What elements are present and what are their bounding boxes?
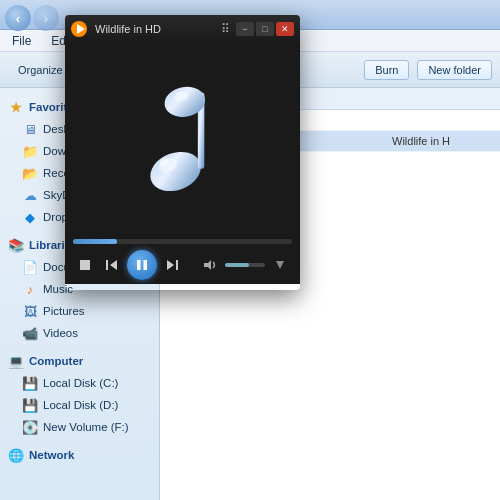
burn-button[interactable]: Burn	[364, 60, 409, 80]
svg-marker-8	[110, 260, 117, 270]
mp-volume-group	[198, 253, 292, 277]
mp-title: Wildlife in HD	[91, 23, 217, 35]
forward-button[interactable]: ›	[33, 5, 59, 31]
network-label: Network	[29, 449, 74, 461]
disk-f-label: New Volume (F:)	[43, 421, 129, 433]
nav-buttons: ‹ ›	[5, 5, 59, 31]
mp-titlebar: Wildlife in HD ⠿ − □ ✕	[65, 15, 300, 43]
mp-play-pause-button[interactable]	[127, 250, 157, 280]
pictures-icon: 🖼	[22, 303, 38, 319]
desktop-icon: 🖥	[22, 121, 38, 137]
svg-marker-14	[276, 261, 284, 269]
mp-controls	[65, 246, 300, 284]
back-button[interactable]: ‹	[5, 5, 31, 31]
svg-rect-11	[176, 260, 178, 270]
music-icon: ♪	[22, 281, 38, 297]
mp-app-icon	[71, 21, 87, 37]
play-triangle-icon	[77, 24, 85, 34]
sidebar-item-disk-c[interactable]: 💾 Local Disk (C:)	[0, 372, 159, 394]
svg-rect-7	[106, 260, 108, 270]
videos-icon: 📹	[22, 325, 38, 341]
libraries-icon: 📚	[8, 237, 24, 253]
mp-control-group	[73, 250, 184, 280]
computer-section: 💻 Computer 💾 Local Disk (C:) 💾 Local Dis…	[0, 350, 159, 438]
sidebar-item-disk-f[interactable]: 💽 New Volume (F:)	[0, 416, 159, 438]
network-section: 🌐 Network	[0, 444, 159, 466]
dropbox-icon: ◆	[22, 209, 38, 225]
sidebar-computer-header: 💻 Computer	[0, 350, 159, 372]
downloads-icon: 📁	[22, 143, 38, 159]
mp-grid-icon[interactable]: ⠿	[221, 22, 230, 36]
mp-volume-icon[interactable]	[198, 253, 222, 277]
file-title-2: Wildlife in H	[392, 135, 492, 147]
mp-minimize-button[interactable]: −	[236, 22, 254, 36]
computer-label: Computer	[29, 355, 83, 367]
disk-d-icon: 💾	[22, 397, 38, 413]
svg-rect-6	[80, 260, 90, 270]
mp-progress-area	[65, 235, 300, 246]
mp-volume-slider[interactable]	[225, 263, 265, 267]
mp-maximize-button[interactable]: □	[256, 22, 274, 36]
disk-c-label: Local Disk (C:)	[43, 377, 118, 389]
mp-content-area	[65, 43, 300, 235]
star-icon: ★	[8, 99, 24, 115]
sidebar-item-pictures[interactable]: 🖼 Pictures	[0, 300, 159, 322]
mp-volume-fill	[225, 263, 249, 267]
mp-close-button[interactable]: ✕	[276, 22, 294, 36]
mp-prev-button[interactable]	[100, 253, 124, 277]
svg-rect-10	[144, 260, 148, 270]
disk-c-icon: 💾	[22, 375, 38, 391]
organize-button[interactable]: Organize	[8, 61, 73, 79]
network-icon: 🌐	[8, 447, 24, 463]
mp-progress-bar[interactable]	[73, 239, 292, 244]
mp-window-buttons: − □ ✕	[236, 22, 294, 36]
videos-label: Videos	[43, 327, 78, 339]
computer-icon: 💻	[8, 353, 24, 369]
skydrive-icon: ☁	[22, 187, 38, 203]
sidebar-network-header[interactable]: 🌐 Network	[0, 444, 159, 466]
mp-progress-fill	[73, 239, 117, 244]
recent-icon: 📂	[22, 165, 38, 181]
disk-d-label: Local Disk (D:)	[43, 399, 118, 411]
svg-marker-13	[204, 260, 211, 270]
svg-point-0	[144, 145, 206, 198]
disk-f-icon: 💽	[22, 419, 38, 435]
mp-dropdown-button[interactable]	[268, 253, 292, 277]
pictures-label: Pictures	[43, 305, 85, 317]
sidebar-item-videos[interactable]: 📹 Videos	[0, 322, 159, 344]
music-note-art	[123, 74, 243, 204]
svg-rect-9	[137, 260, 141, 270]
sidebar-item-disk-d[interactable]: 💾 Local Disk (D:)	[0, 394, 159, 416]
mp-stop-button[interactable]	[73, 253, 97, 277]
menu-file[interactable]: File	[8, 32, 35, 50]
documents-icon: 📄	[22, 259, 38, 275]
new-folder-button[interactable]: New folder	[417, 60, 492, 80]
svg-marker-12	[167, 260, 174, 270]
media-player-window: Wildlife in HD ⠿ − □ ✕	[65, 15, 300, 290]
mp-next-button[interactable]	[160, 253, 184, 277]
